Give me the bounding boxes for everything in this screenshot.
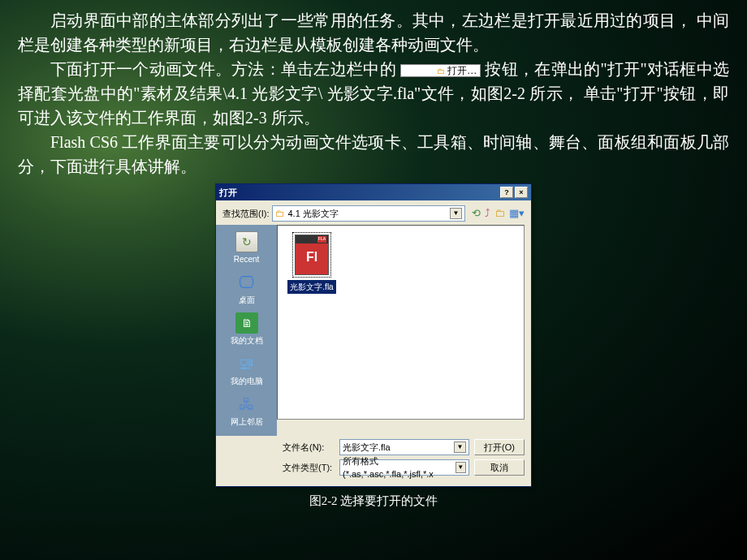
paragraph-2a: 下面打开一个动画文件。方法：单击左边栏中的 (50, 60, 400, 78)
dialog-title: 打开 (219, 186, 237, 200)
figure-caption: 图2-2 选择要打开的文件 (309, 492, 438, 510)
filetype-dropdown-icon[interactable]: ▼ (456, 462, 466, 473)
lookup-label: 查找范围(I): (222, 207, 269, 221)
file-item[interactable]: FLA Fl 光影文字.fla (284, 232, 339, 294)
filename-input[interactable]: 光影文字.fla ▼ (339, 439, 469, 455)
places-sidebar: ↻ Recent 🖵 桌面 🗎 我的文档 🖳 我的电脑 🖧 网上邻居 (216, 225, 277, 436)
cancel-button[interactable]: 取消 (474, 459, 525, 476)
sidebar-label-network: 网上邻居 (231, 416, 263, 428)
paragraph-3: Flash CS6 工作界面主要可以分为动画文件选项卡、工具箱、时间轴、舞台、面… (18, 130, 729, 179)
folder-open-icon: 🗀 (275, 206, 285, 221)
open-dialog: 打开 ? × 查找范围(I): 🗀 4.1 光影文字 ▼ ⟲ ⤴ 🗀 ▦▾ (215, 183, 532, 487)
file-thumbnail: FLA Fl (295, 235, 329, 275)
open-button[interactable]: 打开(O) (474, 439, 525, 455)
up-icon[interactable]: ⤴ (485, 205, 490, 222)
sidebar-item-recent[interactable]: ↻ Recent (234, 230, 260, 269)
fla-badge: FLA (317, 236, 326, 243)
folder-icon: 🗀 (437, 67, 445, 75)
back-icon[interactable]: ⟲ (472, 205, 481, 222)
paragraph-1: 启动界面中部的主体部分列出了一些常用的任务。其中，左边栏是打开最近用过的项目， … (18, 8, 729, 57)
paragraph-2: 下面打开一个动画文件。方法：单击左边栏中的 🗀 打开… 按钮，在弹出的"打开"对… (18, 57, 729, 130)
lookup-select[interactable]: 🗀 4.1 光影文字 ▼ (272, 205, 465, 222)
computer-icon: 🖳 (235, 353, 258, 374)
filename-label: 文件名(N): (283, 441, 335, 454)
flash-fl-icon: Fl (306, 248, 317, 267)
sidebar-label-desktop: 桌面 (239, 294, 255, 306)
dropdown-icon[interactable]: ▼ (450, 208, 462, 219)
filetype-value: 所有格式 (*.as,*.asc,*.fla,*.jsfl,*.x (343, 454, 456, 481)
desktop-icon: 🖵 (235, 272, 258, 293)
filename-dropdown-icon[interactable]: ▼ (454, 442, 466, 453)
filename-value: 光影文字.fla (343, 441, 391, 454)
sidebar-item-documents[interactable]: 🗎 我的文档 (231, 311, 263, 350)
sidebar-label-recent: Recent (234, 253, 260, 265)
lookup-value: 4.1 光影文字 (287, 207, 338, 221)
close-button[interactable]: × (515, 187, 528, 198)
view-menu-icon[interactable]: ▦▾ (509, 205, 525, 222)
recent-icon: ↻ (235, 231, 258, 252)
dialog-title-bar: 打开 ? × (216, 184, 531, 200)
sidebar-item-computer[interactable]: 🖳 我的电脑 (231, 351, 263, 390)
filetype-label: 文件类型(T): (283, 461, 335, 475)
filetype-select[interactable]: 所有格式 (*.as,*.asc,*.fla,*.jsfl,*.x ▼ (339, 459, 469, 476)
sidebar-label-documents: 我的文档 (231, 334, 263, 347)
sidebar-label-computer: 我的电脑 (231, 375, 263, 387)
new-folder-icon[interactable]: 🗀 (494, 205, 505, 222)
lookup-row: 查找范围(I): 🗀 4.1 光影文字 ▼ ⟲ ⤴ 🗀 ▦▾ (216, 200, 531, 225)
help-button[interactable]: ? (500, 187, 513, 198)
inline-open-label: 打开… (447, 65, 477, 76)
documents-icon: 🗎 (235, 312, 258, 334)
sidebar-item-desktop[interactable]: 🖵 桌面 (235, 270, 258, 309)
sidebar-item-network[interactable]: 🖧 网上邻居 (231, 392, 263, 431)
inline-open-button[interactable]: 🗀 打开… (400, 64, 481, 77)
network-icon: 🖧 (235, 394, 258, 415)
file-list-area[interactable]: FLA Fl 光影文字.fla (277, 225, 525, 420)
file-label: 光影文字.fla (287, 280, 335, 294)
